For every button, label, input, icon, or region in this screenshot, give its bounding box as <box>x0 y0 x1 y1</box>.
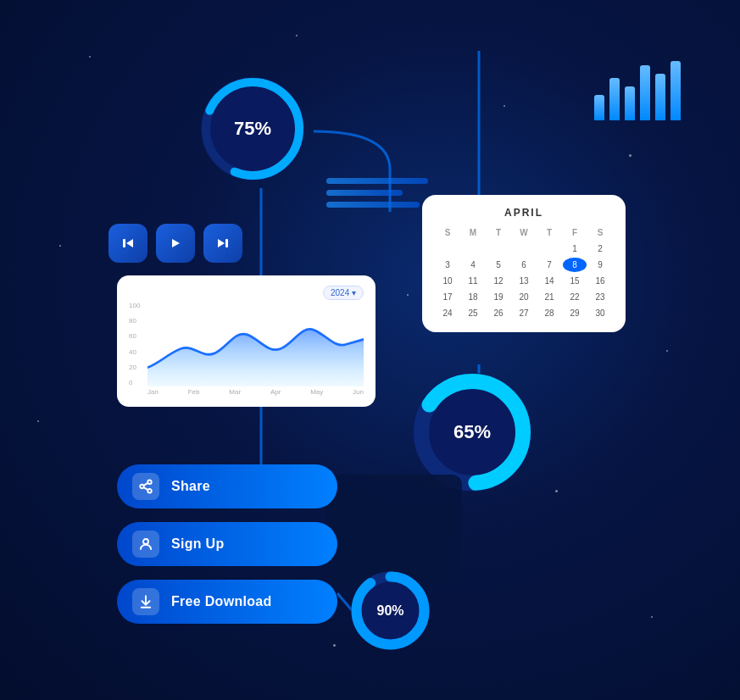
media-next-button[interactable] <box>203 224 242 263</box>
cal-day-18[interactable]: 18 <box>461 290 485 304</box>
cal-day-11[interactable]: 11 <box>461 274 485 288</box>
bar-1 <box>594 95 604 120</box>
share-button[interactable]: Share <box>117 464 337 508</box>
cal-header-s1: S <box>436 225 459 240</box>
cal-header-s2: S <box>588 225 612 240</box>
cal-day-4[interactable]: 4 <box>461 258 485 272</box>
cal-day-15[interactable]: 15 <box>563 274 587 288</box>
free-download-button[interactable]: Free Download <box>117 580 337 624</box>
cal-header-w: W <box>512 225 536 240</box>
cal-day-21[interactable]: 21 <box>537 290 561 304</box>
chart-y-axis: 100 80 60 40 20 0 <box>129 302 147 386</box>
progress-75-label: 75% <box>234 118 271 140</box>
cal-day-9[interactable]: 9 <box>588 258 612 272</box>
cal-header-m: M <box>461 225 485 240</box>
media-play-button[interactable] <box>156 224 195 263</box>
progress-circle-90: 90% <box>346 566 435 655</box>
cal-day-8-today[interactable]: 8 <box>563 258 587 272</box>
chart-widget: 2024 ▾ 100 80 60 40 20 0 <box>117 275 376 407</box>
cal-day-20[interactable]: 20 <box>512 290 536 304</box>
bar-4 <box>640 65 650 120</box>
bar-chart-top <box>594 53 681 120</box>
cal-header-t2: T <box>537 225 561 240</box>
calendar-grid: S M T W T F S - - - - - 1 2 3 4 5 6 7 8 … <box>436 225 612 320</box>
cal-day-25[interactable]: 25 <box>461 306 485 320</box>
cal-day-30[interactable]: 30 <box>588 306 612 320</box>
cal-day-2[interactable]: 2 <box>588 242 612 256</box>
cal-day-23[interactable]: 23 <box>588 290 612 304</box>
progress-bar-3 <box>326 202 420 208</box>
chart-svg-area <box>147 302 364 386</box>
cal-day-19[interactable]: 19 <box>487 290 510 304</box>
cal-day-17[interactable]: 17 <box>436 290 459 304</box>
progress-bar-2 <box>326 190 403 196</box>
cal-day-13[interactable]: 13 <box>512 274 536 288</box>
scene: 75% 2024 ▾ 100 80 60 40 20 0 <box>0 0 740 700</box>
cal-day-10[interactable]: 10 <box>436 274 459 288</box>
svg-rect-12 <box>225 239 228 247</box>
svg-point-21 <box>143 539 148 544</box>
media-prev-button[interactable] <box>108 224 147 263</box>
cal-day-16[interactable]: 16 <box>588 274 612 288</box>
signup-button[interactable]: Sign Up <box>117 522 337 566</box>
cal-day-3[interactable]: 3 <box>436 258 459 272</box>
cal-day-5[interactable]: 5 <box>487 258 510 272</box>
chart-x-axis: Jan Feb Mar Apr May Jun <box>129 388 364 396</box>
cal-day-12[interactable]: 12 <box>487 274 510 288</box>
cal-day-7[interactable]: 7 <box>537 258 561 272</box>
cal-day-29[interactable]: 29 <box>563 306 587 320</box>
cal-header-t1: T <box>487 225 510 240</box>
svg-line-19 <box>143 487 147 490</box>
progress-90-label: 90% <box>376 603 403 619</box>
cal-day-26[interactable]: 26 <box>487 306 510 320</box>
cal-day-14[interactable]: 14 <box>537 274 561 288</box>
bar-2 <box>609 78 620 120</box>
svg-line-20 <box>143 483 147 486</box>
calendar-title: APRIL <box>436 207 612 219</box>
cal-day-27[interactable]: 27 <box>512 306 536 320</box>
signup-label: Sign Up <box>171 536 225 552</box>
chart-area: 100 80 60 40 20 0 <box>129 302 364 386</box>
calendar-widget: APRIL S M T W T F S - - - - - 1 2 3 4 5 … <box>422 195 626 332</box>
download-label: Free Download <box>171 594 272 609</box>
media-controls <box>108 224 242 263</box>
progress-bar-1 <box>326 178 428 184</box>
bar-5 <box>655 74 665 120</box>
cal-day-6[interactable]: 6 <box>512 258 536 272</box>
cal-day-24[interactable]: 24 <box>436 306 459 320</box>
share-icon <box>132 473 159 500</box>
progress-bars-group <box>326 178 428 208</box>
chart-badge[interactable]: 2024 ▾ <box>323 286 364 300</box>
svg-marker-9 <box>126 239 133 247</box>
share-label: Share <box>171 479 210 494</box>
download-icon <box>132 588 159 615</box>
progress-65-label: 65% <box>453 421 491 443</box>
cal-day-28[interactable]: 28 <box>537 306 561 320</box>
bar-3 <box>625 86 635 120</box>
progress-circle-75: 75% <box>193 69 312 188</box>
svg-rect-8 <box>123 239 125 247</box>
svg-marker-10 <box>172 239 180 247</box>
cal-header-f: F <box>563 225 587 240</box>
cal-day-1[interactable]: 1 <box>563 242 587 256</box>
action-buttons-group: Share Sign Up Free Download <box>117 464 337 624</box>
svg-marker-11 <box>218 239 225 247</box>
cal-day-22[interactable]: 22 <box>563 290 587 304</box>
bar-6 <box>670 61 681 120</box>
signup-icon <box>132 531 159 558</box>
